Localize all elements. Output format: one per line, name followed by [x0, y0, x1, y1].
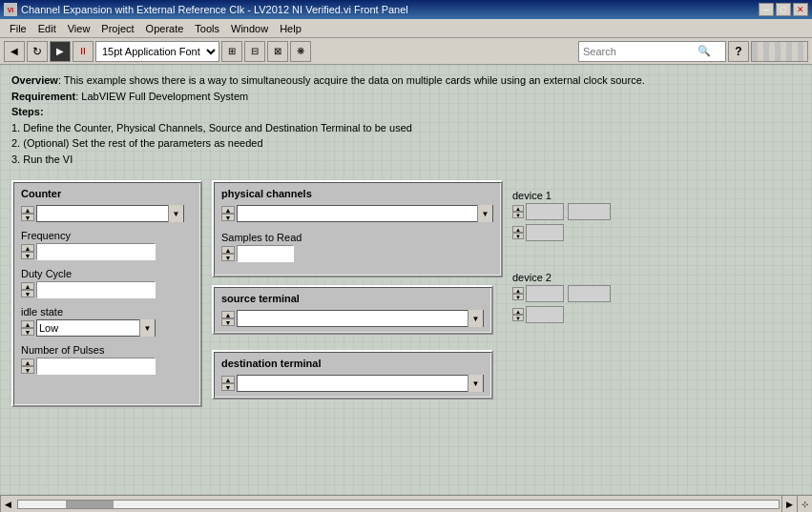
align-button[interactable]: ⊞ — [221, 41, 242, 62]
search-input[interactable] — [583, 46, 697, 57]
toolbar: ◀ ↻ ▶ ⏸ 15pt Application Font ⊞ ⊟ ⊠ ❋ 🔍 … — [0, 38, 812, 65]
device1-arrows2: ▲ ▼ — [512, 226, 524, 239]
device1-down2[interactable]: ▼ — [512, 233, 524, 239]
source-terminal-dropdown[interactable]: ▼ — [237, 310, 484, 327]
h-scroll-thumb — [66, 501, 114, 508]
device1-row1: ▲ ▼ 0 — [512, 203, 611, 220]
num-pulses-down[interactable]: ▼ — [21, 366, 34, 374]
phys-channel-arrows: ▲ ▼ — [221, 206, 235, 221]
panels-container: Counter ▲ ▼ ▼ Frequency ▲ ▼ — [11, 180, 801, 407]
search-box: 🔍 — [578, 41, 726, 62]
source-terminal-arrows: ▲ ▼ — [221, 311, 235, 326]
step1: 1. Define the Counter, Physical Channels… — [11, 120, 801, 136]
counter-channel-down[interactable]: ▼ — [21, 214, 34, 221]
idle-state-arrow-btn[interactable]: ▼ — [139, 319, 155, 337]
device1-val1-input[interactable]: 0 — [526, 203, 564, 220]
source-terminal-panel: source terminal ▲ ▼ ▼ — [212, 285, 493, 335]
frequency-down[interactable]: ▼ — [21, 252, 34, 259]
dest-terminal-up[interactable]: ▲ — [221, 376, 235, 383]
duty-cycle-down[interactable]: ▼ — [21, 290, 34, 297]
frequency-group: Frequency ▲ ▼ 1.000000 — [21, 230, 193, 260]
right-column: device 1 ▲ ▼ 0 ▲ ▼ — [512, 180, 611, 407]
resize-button[interactable]: ⊠ — [267, 41, 288, 62]
menu-file[interactable]: File — [4, 21, 32, 36]
device1-up2[interactable]: ▲ — [512, 226, 524, 233]
menu-tools[interactable]: Tools — [189, 21, 225, 36]
num-pulses-input[interactable]: 1000 — [36, 358, 156, 375]
source-terminal-arrow-btn[interactable]: ▼ — [468, 310, 483, 327]
source-terminal-up[interactable]: ▲ — [221, 311, 235, 318]
device2-val2-input[interactable]: 0 — [526, 306, 564, 323]
phys-channel-down[interactable]: ▼ — [221, 214, 235, 221]
counter-channel-arrows: ▲ ▼ — [21, 206, 34, 221]
font-selector[interactable]: 15pt Application Font — [95, 41, 219, 62]
device2-down1[interactable]: ▼ — [512, 294, 524, 300]
menu-window[interactable]: Window — [225, 21, 274, 36]
abort-button[interactable]: ⏸ — [73, 41, 94, 62]
device2-val1-input[interactable]: 0 — [526, 285, 564, 302]
counter-channel-up[interactable]: ▲ — [21, 206, 34, 214]
samples-arrows: ▲ ▼ — [221, 246, 235, 261]
device1-down1[interactable]: ▼ — [512, 212, 524, 218]
overview-text: : This example shows there is a way to s… — [58, 74, 645, 86]
device1-up1[interactable]: ▲ — [512, 205, 524, 212]
menu-project[interactable]: Project — [95, 21, 139, 36]
back-button[interactable]: ◀ — [4, 41, 25, 62]
idle-state-down[interactable]: ▼ — [21, 328, 34, 336]
physical-channel-dropdown[interactable]: ▼ — [237, 205, 493, 222]
help-button[interactable]: ? — [728, 41, 749, 62]
frequency-up[interactable]: ▲ — [21, 244, 34, 252]
maximize-button[interactable]: □ — [776, 3, 791, 16]
description-area: Overview: This example shows there is a … — [11, 72, 801, 167]
idle-state-group: idle state ▲ ▼ Low ▼ — [21, 306, 193, 337]
idle-state-dropdown[interactable]: Low ▼ — [36, 319, 156, 337]
device2-arrows2: ▲ ▼ — [512, 308, 524, 321]
menu-edit[interactable]: Edit — [32, 21, 62, 36]
dest-terminal-down[interactable]: ▼ — [221, 383, 235, 391]
overview-label: Overview — [11, 74, 58, 86]
reorder-button[interactable]: ❋ — [290, 41, 311, 62]
dest-terminal-arrow-btn[interactable]: ▼ — [468, 375, 483, 392]
num-pulses-up[interactable]: ▲ — [21, 358, 34, 366]
counter-channel-arrow-btn[interactable]: ▼ — [168, 205, 183, 222]
device1-val1-wrap: ▲ ▼ 0 — [512, 203, 564, 220]
idle-state-up[interactable]: ▲ — [21, 320, 34, 328]
menu-view[interactable]: View — [62, 21, 96, 36]
run-button[interactable]: ▶ — [50, 41, 71, 62]
phys-channel-up[interactable]: ▲ — [221, 206, 235, 214]
counter-channel-dropdown[interactable]: ▼ — [36, 205, 184, 222]
device2-row1: ▲ ▼ 0 — [512, 285, 611, 302]
step2: 2. (Optional) Set the rest of the parame… — [11, 135, 801, 152]
menu-operate[interactable]: Operate — [140, 21, 190, 36]
duty-cycle-group: Duty Cycle ▲ ▼ 0.500000 — [21, 268, 193, 298]
device1-arrows1: ▲ ▼ — [512, 205, 524, 218]
bottom-bar: ◀ ▶ ⊹ — [0, 495, 812, 512]
physical-channel-arrow-btn[interactable]: ▼ — [477, 205, 492, 222]
reload-button[interactable]: ↻ — [27, 41, 48, 62]
device2-arrows1: ▲ ▼ — [512, 287, 524, 300]
idle-state-value: Low — [37, 322, 139, 334]
duty-cycle-input[interactable]: 0.500000 — [36, 281, 156, 298]
duty-cycle-arrows: ▲ ▼ — [21, 282, 34, 297]
device2-up2[interactable]: ▲ — [512, 308, 524, 315]
samples-input[interactable]: 1000 — [237, 245, 294, 262]
close-button[interactable]: ✕ — [793, 3, 808, 16]
samples-down[interactable]: ▼ — [221, 254, 235, 261]
samples-up[interactable]: ▲ — [221, 246, 235, 254]
distribute-button[interactable]: ⊟ — [244, 41, 265, 62]
horizontal-scrollbar[interactable] — [15, 496, 781, 512]
device2-up1[interactable]: ▲ — [512, 287, 524, 294]
device2-down2[interactable]: ▼ — [512, 315, 524, 321]
device1-output1 — [568, 203, 611, 220]
duty-cycle-up[interactable]: ▲ — [21, 282, 34, 290]
menu-help[interactable]: Help — [274, 21, 307, 36]
minimize-button[interactable]: ─ — [759, 3, 774, 16]
frequency-input[interactable]: 1.000000 — [36, 243, 156, 260]
dest-terminal-dropdown[interactable]: ▼ — [237, 375, 484, 392]
source-terminal-down[interactable]: ▼ — [221, 318, 235, 326]
device1-val2-input[interactable]: 0 — [526, 224, 564, 241]
idle-state-label: idle state — [21, 306, 193, 317]
device2-val1-wrap: ▲ ▼ 0 — [512, 285, 564, 302]
scroll-left-btn[interactable]: ◀ — [0, 496, 15, 513]
scroll-right-btn[interactable]: ▶ — [781, 496, 797, 513]
